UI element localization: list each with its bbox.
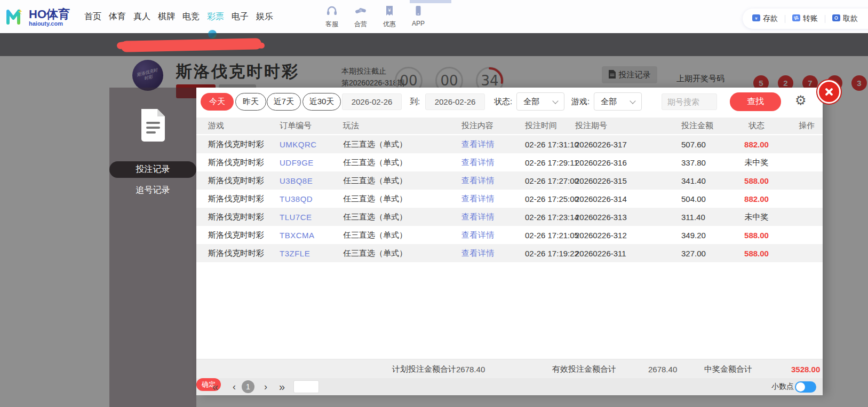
decimal-toggle-switch[interactable] (795, 381, 816, 393)
cell-view-details-link[interactable]: 查看详情 (461, 153, 495, 171)
cell-bet-amount: 311.40 (681, 208, 705, 226)
status-label: 状态: (494, 97, 512, 107)
range-yesterday-button[interactable]: 昨天 (235, 93, 266, 111)
transfer-label: 转账 (803, 14, 818, 24)
cell-status: 588.00 (730, 244, 783, 262)
sidebar-tab-bet-record[interactable]: 投注记录 (109, 161, 196, 178)
cell-bet-period: 20260226-313 (575, 208, 627, 226)
table-row: 斯洛伐克时时彩UMKQRC任三直选（单式）查看详情02-26 17:31:102… (196, 135, 823, 153)
table-row: 斯洛伐克时时彩UDF9GE任三直选（单式）查看详情02-26 17:29:112… (196, 153, 823, 171)
cell-order-number-link[interactable]: TU38QD (280, 190, 313, 208)
cell-action (791, 135, 823, 153)
column-header: 游戏 (208, 118, 224, 134)
record-document-icon (138, 106, 168, 144)
last-page-button[interactable]: » (279, 378, 285, 395)
status-select[interactable]: 全部 (516, 92, 564, 111)
pagination-bar: « ‹ 1 › » 确定 小数点 (196, 378, 823, 395)
cell-order-number-link[interactable]: U3BQ8E (280, 171, 313, 190)
cell-game: 斯洛伐克时时彩 (208, 226, 264, 244)
first-page-button[interactable]: « (212, 378, 218, 395)
column-header: 状态 (730, 118, 783, 134)
cell-game: 斯洛伐克时时彩 (208, 135, 264, 153)
nav-menu-item[interactable]: 体育 (109, 11, 126, 22)
transfer-button[interactable]: 转账 (792, 14, 818, 24)
brand-domain: haiouty.com (29, 20, 70, 27)
chevron-down-icon (552, 98, 558, 104)
cell-order-number-link[interactable]: T3ZFLE (280, 244, 310, 262)
cell-bet-period: 20260226-317 (575, 135, 627, 153)
customer-service-item[interactable]: 客服 (320, 5, 344, 29)
toggle-knob (796, 382, 805, 392)
top-notch-decoration (410, 0, 451, 3)
period-search-input[interactable] (662, 93, 717, 110)
nav-menu-item[interactable]: 娱乐 (256, 11, 273, 22)
search-button[interactable]: 查找 (730, 92, 781, 111)
decimal-toggle-label: 小数点 (771, 378, 794, 395)
top-nav-bar: HO体育 haiouty.com 首页体育真人棋牌电竞彩票电子娱乐 客服 合营 … (0, 0, 868, 34)
gear-icon[interactable]: ⚙ (795, 93, 807, 108)
withdraw-icon (832, 14, 840, 23)
date-to-input[interactable]: 2026-02-26 (425, 93, 485, 110)
cell-action (791, 208, 823, 226)
modal-sidebar: 投注记录 追号记录 (109, 88, 196, 407)
close-modal-button[interactable] (817, 80, 841, 104)
cell-view-details-link[interactable]: 查看详情 (461, 226, 495, 244)
withdraw-label: 取款 (843, 14, 858, 24)
column-header: 投注期号 (575, 118, 607, 134)
app-download-item[interactable]: APP (407, 5, 430, 29)
cell-view-details-link[interactable]: 查看详情 (461, 135, 495, 153)
cell-bet-period: 20260226-316 (575, 153, 627, 171)
range-today-button[interactable]: 今天 (201, 93, 234, 111)
table-row: 斯洛伐克时时彩U3BQ8E任三直选（单式）查看详情02-26 17:27:002… (196, 171, 823, 190)
cell-view-details-link[interactable]: 查看详情 (461, 171, 495, 190)
cell-order-number-link[interactable]: UMKQRC (280, 135, 317, 153)
column-header: 投注金额 (681, 118, 713, 134)
cell-bet-time: 02-26 17:29:11 (525, 153, 578, 171)
valid-total-value: 2678.40 (648, 359, 677, 379)
coupon-icon: ¥ (384, 5, 395, 19)
cell-status: 未中奖 (730, 208, 783, 226)
cell-order-number-link[interactable]: TBXCMA (280, 226, 315, 244)
cell-action (791, 244, 823, 262)
nav-menu-item[interactable]: 棋牌 (158, 11, 175, 22)
cell-play-type: 任三直选（单式） (343, 226, 407, 244)
cell-order-number-link[interactable]: TLU7CE (280, 208, 312, 226)
nav-menu-item[interactable]: 彩票 (207, 11, 224, 22)
range-30days-button[interactable]: 近30天 (302, 93, 341, 111)
phone-icon (412, 5, 424, 19)
transfer-icon (792, 14, 800, 23)
cell-bet-time: 02-26 17:25:00 (525, 190, 579, 208)
game-select[interactable]: 全部 (594, 92, 642, 111)
sidebar-tab-chase-record[interactable]: 追号记录 (109, 182, 196, 199)
prev-page-button[interactable]: ‹ (233, 378, 236, 395)
table-header-row: 游戏订单编号玩法投注内容投注时间投注期号投注金额状态操作 (196, 118, 823, 134)
table-row: 斯洛伐克时时彩TBXCMA任三直选（单式）查看详情02-26 17:21:052… (196, 226, 823, 244)
current-page-badge[interactable]: 1 (242, 380, 254, 393)
cell-action (791, 190, 823, 208)
cell-play-type: 任三直选（单式） (343, 153, 407, 171)
cell-view-details-link[interactable]: 查看详情 (461, 190, 495, 208)
withdraw-button[interactable]: 取款 (832, 14, 858, 24)
divider (785, 15, 785, 23)
cell-order-number-link[interactable]: UDF9GE (280, 153, 314, 171)
partnership-item[interactable]: 合营 (349, 5, 372, 29)
deposit-button[interactable]: ¥ 存款 (752, 14, 778, 24)
cell-play-type: 任三直选（单式） (343, 171, 407, 190)
nav-menu-item[interactable]: 真人 (133, 11, 150, 22)
brand-logo[interactable]: HO体育 haiouty.com (5, 6, 70, 29)
date-from-input[interactable]: 2026-02-26 (342, 93, 402, 110)
screen: HO体育 haiouty.com 首页体育真人棋牌电竞彩票电子娱乐 客服 合营 … (0, 0, 868, 407)
promotions-item[interactable]: ¥ 优惠 (378, 5, 401, 29)
range-7days-button[interactable]: 近7天 (267, 93, 301, 111)
cell-view-details-link[interactable]: 查看详情 (461, 208, 495, 226)
page-jump-input[interactable] (293, 380, 319, 393)
nav-menu-item[interactable]: 电竞 (182, 11, 200, 22)
nav-menu-item[interactable]: 首页 (84, 11, 101, 22)
nav-menu-item[interactable]: 电子 (232, 11, 249, 22)
cell-view-details-link[interactable]: 查看详情 (461, 244, 495, 262)
table-row: 斯洛伐克时时彩TLU7CE任三直选（单式）查看详情02-26 17:23:142… (196, 208, 823, 226)
table-body: 斯洛伐克时时彩UMKQRC任三直选（单式）查看详情02-26 17:31:102… (196, 135, 823, 262)
cell-game: 斯洛伐克时时彩 (208, 244, 264, 262)
next-page-button[interactable]: › (264, 378, 267, 395)
game-select-value: 全部 (601, 97, 617, 107)
